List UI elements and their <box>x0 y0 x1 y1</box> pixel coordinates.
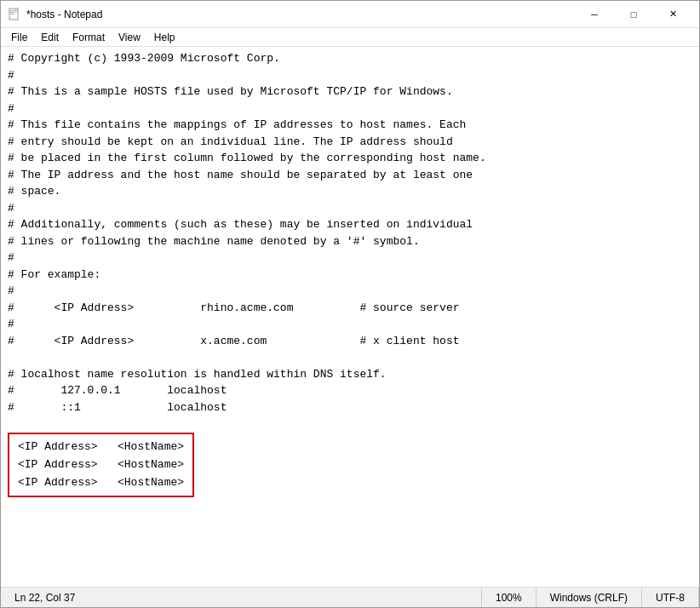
window-title: *hosts - Notepad <box>26 9 575 20</box>
status-bar: Ln 22, Col 37 100% Windows (CRLF) UTF-8 <box>1 587 699 607</box>
status-line-ending: Windows (CRLF) <box>536 588 642 607</box>
menu-file[interactable]: File <box>4 30 34 45</box>
title-bar: *hosts - Notepad ─ □ ✕ <box>1 1 699 28</box>
status-position: Ln 22, Col 37 <box>1 588 482 607</box>
svg-rect-1 <box>10 10 15 11</box>
svg-rect-2 <box>10 12 15 13</box>
content-area: # Copyright (c) 1993-2009 Microsoft Corp… <box>1 47 699 587</box>
menu-format[interactable]: Format <box>66 30 112 45</box>
menu-view[interactable]: View <box>112 30 147 45</box>
menu-help[interactable]: Help <box>147 30 182 45</box>
minimize-button[interactable]: ─ <box>575 1 614 28</box>
menu-edit[interactable]: Edit <box>34 30 66 45</box>
svg-rect-4 <box>15 9 18 11</box>
status-zoom: 100% <box>482 588 536 607</box>
menu-bar: File Edit Format View Help <box>1 28 699 47</box>
notepad-window: *hosts - Notepad ─ □ ✕ File Edit Format … <box>0 0 700 608</box>
close-button[interactable]: ✕ <box>653 1 692 28</box>
maximize-button[interactable]: □ <box>614 1 653 28</box>
status-encoding: UTF-8 <box>642 588 699 607</box>
app-icon <box>8 8 21 21</box>
window-controls: ─ □ ✕ <box>575 1 692 28</box>
text-editor[interactable]: # Copyright (c) 1993-2009 Microsoft Corp… <box>1 47 699 587</box>
svg-rect-3 <box>10 14 14 14</box>
